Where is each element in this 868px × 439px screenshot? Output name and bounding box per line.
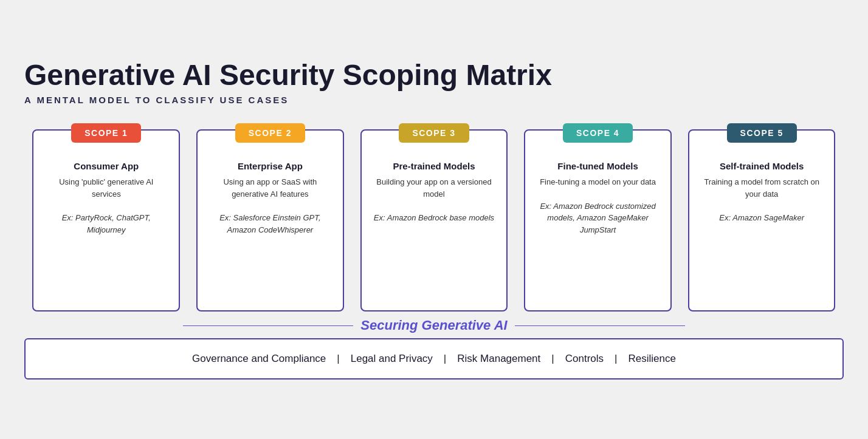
scope-card-example-5: Ex: Amazon SageMaker [700, 212, 824, 224]
scope-card-1: Consumer AppUsing 'public' generative AI… [32, 129, 180, 311]
bottom-items: Governance and Compliance | Legal and Pr… [181, 353, 687, 365]
scope-card-desc-2: Using an app or SaaS with generative AI … [208, 176, 332, 200]
scope-badge-5: SCOPE 5 [727, 123, 797, 143]
scope-badge-1: SCOPE 1 [71, 123, 141, 143]
bottom-box: Governance and Compliance | Legal and Pr… [24, 338, 844, 379]
scope-badge-2: SCOPE 2 [235, 123, 305, 143]
scope-card-title-1: Consumer App [44, 161, 168, 171]
scope-card-4: Fine-tuned ModelsFine-tuning a model on … [524, 129, 672, 311]
scope-card-title-5: Self-trained Models [700, 161, 824, 171]
page-subtitle: A MENTAL MODEL TO CLASSIFY USE CASES [24, 95, 844, 105]
bottom-item-2: Legal and Privacy [340, 353, 444, 365]
scope-card-desc-4: Fine-tuning a model on your data [536, 176, 660, 188]
scope-card-example-1: Ex: PartyRock, ChatGPT, Midjourney [44, 212, 168, 236]
scope-badge-3: SCOPE 3 [399, 123, 469, 143]
bottom-item-3: Risk Management [446, 353, 551, 365]
scope-card-title-2: Enterprise App [208, 161, 332, 171]
bottom-section: Securing Generative AI Governance and Co… [24, 318, 844, 379]
bottom-item-1: Governance and Compliance [181, 353, 337, 365]
scope-card-example-3: Ex: Amazon Bedrock base models [373, 212, 496, 224]
bottom-item-4: Controls [554, 353, 615, 365]
scope-column-5: SCOPE 5Self-trained ModelsTraining a mod… [680, 123, 844, 311]
scope-column-1: SCOPE 1Consumer AppUsing 'public' genera… [24, 123, 188, 311]
scope-card-5: Self-trained ModelsTraining a model from… [688, 129, 836, 311]
scope-badge-4: SCOPE 4 [563, 123, 633, 143]
scope-card-3: Pre-trained ModelsBuilding your app on a… [360, 129, 508, 311]
bottom-item-5: Resilience [617, 353, 686, 365]
scope-card-example-4: Ex: Amazon Bedrock customized models, Am… [536, 200, 660, 236]
scope-card-title-4: Fine-tuned Models [536, 161, 660, 171]
scope-column-3: SCOPE 3Pre-trained ModelsBuilding your a… [352, 123, 516, 311]
scope-card-2: Enterprise AppUsing an app or SaaS with … [196, 129, 344, 311]
scope-card-desc-1: Using 'public' generative AI services [44, 176, 168, 200]
scope-column-4: SCOPE 4Fine-tuned ModelsFine-tuning a mo… [516, 123, 680, 311]
scope-card-desc-3: Building your app on a versioned model [373, 176, 496, 200]
scope-column-2: SCOPE 2Enterprise AppUsing an app or Saa… [188, 123, 353, 311]
scope-card-desc-5: Training a model from scratch on your da… [700, 176, 824, 200]
securing-label: Securing Generative AI [24, 318, 844, 333]
page-container: Generative AI Security Scoping Matrix A … [24, 60, 844, 380]
page-title: Generative AI Security Scoping Matrix [24, 60, 844, 92]
scope-card-title-3: Pre-trained Models [373, 161, 496, 171]
scope-card-example-2: Ex: Salesforce Einstein GPT, Amazon Code… [208, 212, 332, 236]
scopes-row: SCOPE 1Consumer AppUsing 'public' genera… [24, 123, 844, 311]
